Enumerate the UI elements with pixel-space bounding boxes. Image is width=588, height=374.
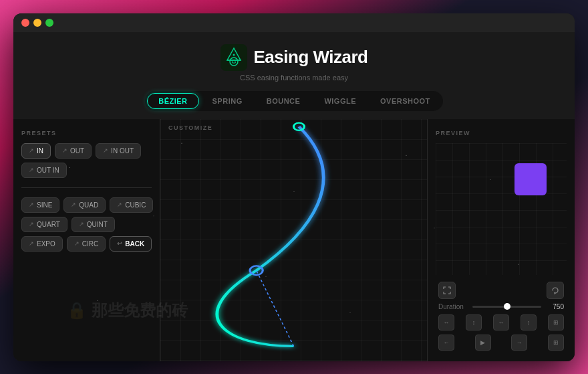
app-title: Easing Wizard <box>254 47 368 68</box>
preset-expo-label: EXPO <box>37 240 55 248</box>
preset-quint[interactable]: ↗ QUINT <box>71 217 115 232</box>
presets-row-1: ↗ IN ↗ OUT ↗ IN OUT <box>21 143 152 159</box>
preset-in-icon: ↗ <box>29 147 34 154</box>
preset-quint-icon: ↗ <box>79 221 84 227</box>
preview-panel: PREVIEW <box>428 119 575 361</box>
preset-quart[interactable]: ↗ QUART <box>21 217 67 232</box>
maximize-button[interactable] <box>45 19 53 27</box>
preset-out-in[interactable]: ↗ OUT IN <box>21 163 67 178</box>
tab-wiggle[interactable]: WIGGLE <box>313 93 367 109</box>
preset-quart-icon: ↗ <box>29 221 34 227</box>
customize-label: CUSTOMIZE <box>168 124 212 131</box>
icon-btn-play[interactable]: ▶ <box>475 335 491 351</box>
customize-panel: CUSTOMIZE <box>160 119 428 361</box>
preset-quad-icon: ↗ <box>71 201 76 208</box>
preview-label: PREVIEW <box>436 130 567 136</box>
presets-type-row-3: ↗ EXPO ↗ CIRC ↩ BACK <box>21 236 152 252</box>
preset-in[interactable]: ↗ IN <box>21 143 51 159</box>
bottom-icons-row-1: ↔ ↕ ↔ ↕ ⊞ <box>438 314 564 331</box>
preset-inout-icon: ↗ <box>103 147 108 154</box>
preset-out[interactable]: ↗ OUT <box>55 143 92 159</box>
header-top: Easing Wizard <box>220 44 368 71</box>
duration-value: 750 <box>545 303 564 310</box>
presets-label: PRESETS <box>21 130 152 136</box>
duration-row: Duration 750 <box>438 303 564 310</box>
duration-thumb <box>504 303 510 310</box>
loop-icon-btn[interactable] <box>547 282 564 299</box>
header: Easing Wizard CSS easing functions made … <box>13 32 575 119</box>
preset-quint-label: QUINT <box>87 221 108 228</box>
tab-overshoot[interactable]: OVERSHOOT <box>370 93 441 109</box>
app-subtitle: CSS easing functions made easy <box>240 74 348 82</box>
tab-spring[interactable]: SPRING <box>202 93 253 109</box>
preset-quad[interactable]: ↗ QUAD <box>63 197 106 213</box>
preset-out-icon: ↗ <box>62 147 67 154</box>
presets-row-2: ↗ OUT IN <box>21 163 152 178</box>
preview-panel-inner: PREVIEW <box>428 119 575 361</box>
presets-panel: PRESETS ↗ IN ↗ OUT ↗ IN OUT <box>13 119 160 361</box>
wizard-icon <box>220 44 247 71</box>
bezier-curve-path <box>217 126 323 346</box>
preset-circ[interactable]: ↗ CIRC <box>67 236 106 252</box>
preset-sine[interactable]: ↗ SINE <box>21 197 59 213</box>
presets-type-row-2: ↗ QUART ↗ QUINT <box>21 217 152 232</box>
preset-inout-label: IN OUT <box>111 147 134 155</box>
preset-outin-icon: ↗ <box>29 167 34 173</box>
icon-btn-left[interactable]: ← <box>438 335 454 351</box>
preset-in-label: IN <box>37 147 43 155</box>
bezier-curve-canvas[interactable] <box>160 119 427 361</box>
preset-divider <box>21 187 152 188</box>
icon-btn-arrows-h[interactable]: ↔ <box>438 314 454 331</box>
preset-quart-label: QUART <box>37 221 60 228</box>
tabs-container: BÉZIER SPRING BOUNCE WIGGLE OVERSHOOT <box>145 91 443 111</box>
preview-grid <box>436 143 567 275</box>
preset-sine-icon: ↗ <box>29 201 34 208</box>
icon-btn-right[interactable]: → <box>511 335 527 351</box>
close-button[interactable] <box>21 19 29 27</box>
traffic-lights <box>21 19 53 27</box>
expand-icon-btn[interactable] <box>438 282 456 299</box>
duration-slider[interactable] <box>472 306 541 308</box>
title-bar <box>13 13 575 32</box>
preview-controls: Duration 750 ↔ ↕ ↔ ↕ ⊞ <box>436 282 567 351</box>
handle-line-1 <box>257 270 294 346</box>
preset-cubic-label: CUBIC <box>125 201 146 209</box>
app-window: Easing Wizard CSS easing functions made … <box>13 13 575 361</box>
tab-bounce[interactable]: BOUNCE <box>256 93 311 109</box>
preset-expo-icon: ↗ <box>29 240 34 247</box>
minimize-button[interactable] <box>33 19 41 27</box>
preview-icons-row-1 <box>438 282 564 299</box>
icon-btn-arrows-v[interactable]: ↕ <box>466 314 482 331</box>
icon-btn-arrows-v2[interactable]: ↕ <box>521 314 537 331</box>
preview-square <box>514 163 547 195</box>
preset-outin-label: OUT IN <box>37 167 59 174</box>
preset-out-label: OUT <box>70 147 84 155</box>
preset-back-icon: ↩ <box>117 240 122 247</box>
presets-grid: ↗ IN ↗ OUT ↗ IN OUT ↗ O <box>21 143 152 252</box>
icon-btn-grid[interactable]: ⊞ <box>548 314 564 331</box>
svg-point-6 <box>233 54 235 56</box>
preset-back[interactable]: ↩ BACK <box>110 236 152 252</box>
loop-icon <box>551 286 559 294</box>
duration-label: Duration <box>438 303 468 310</box>
main-content: PRESETS ↗ IN ↗ OUT ↗ IN OUT <box>13 119 575 361</box>
bottom-icons-row-2: ← ▶ → ⊞ <box>438 335 564 351</box>
preset-back-label: BACK <box>125 240 144 248</box>
preset-expo[interactable]: ↗ EXPO <box>21 236 63 252</box>
preset-cubic[interactable]: ↗ CUBIC <box>110 197 153 213</box>
preset-in-out[interactable]: ↗ IN OUT <box>96 143 141 159</box>
icon-btn-arrows-h2[interactable]: ↔ <box>493 314 509 331</box>
expand-icon <box>443 286 451 294</box>
presets-type-row-1: ↗ SINE ↗ QUAD ↗ CUBIC <box>21 197 152 213</box>
preset-quad-label: QUAD <box>79 201 98 209</box>
preset-circ-label: CIRC <box>82 240 98 248</box>
preset-sine-label: SINE <box>37 201 52 209</box>
tab-bezier[interactable]: BÉZIER <box>147 93 198 109</box>
preset-cubic-icon: ↗ <box>117 201 122 208</box>
icon-btn-grid2[interactable]: ⊞ <box>548 335 564 351</box>
preset-circ-icon: ↗ <box>74 240 80 247</box>
